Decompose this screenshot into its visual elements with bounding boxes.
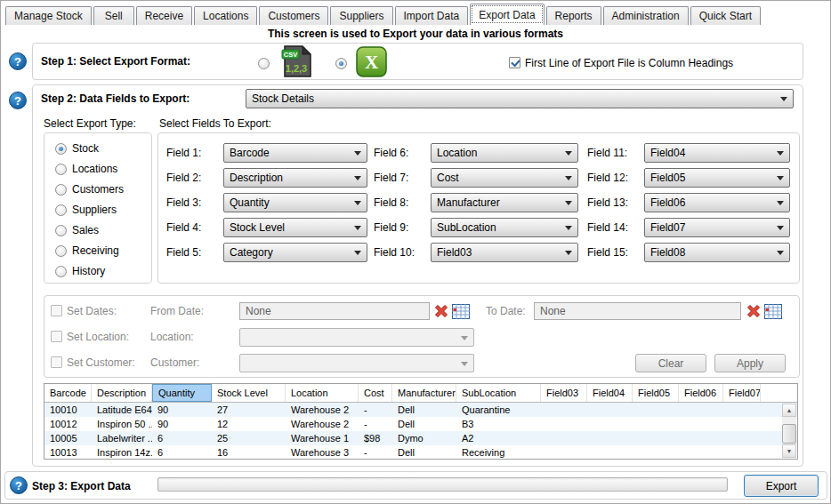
set-customer-checkbox[interactable] bbox=[51, 356, 62, 368]
column-header-manufacturer[interactable]: Manufacturer bbox=[392, 384, 456, 402]
tab-administration[interactable]: Administration bbox=[603, 6, 689, 25]
field-select-15[interactable]: Field08 bbox=[644, 243, 790, 262]
field-select-8[interactable]: Manufacturer bbox=[431, 193, 578, 212]
tab-export-data[interactable]: Export Data bbox=[470, 4, 544, 25]
field-row: Field 9:SubLocation bbox=[374, 218, 578, 237]
scrollbar-thumb[interactable] bbox=[782, 424, 796, 444]
column-header-description[interactable]: Description bbox=[92, 384, 152, 402]
field-select-12[interactable]: Field05 bbox=[644, 168, 790, 188]
export-type-option-sales[interactable]: Sales bbox=[55, 224, 151, 236]
export-type-option-customers[interactable]: Customers bbox=[55, 183, 151, 196]
table-row[interactable]: 10013Inspiron 14z...616Warehouse 3-DellR… bbox=[44, 445, 797, 460]
to-date-calendar-icon[interactable] bbox=[764, 304, 782, 319]
radio-sales[interactable] bbox=[55, 225, 67, 236]
from-date-value: None bbox=[246, 305, 271, 317]
field-row: Field 1:Barcode bbox=[166, 143, 367, 163]
table-row[interactable]: 10010Latitude E64...9027Warehouse 2-Dell… bbox=[44, 403, 797, 417]
dataset-select[interactable]: Stock Details bbox=[246, 89, 794, 108]
column-header-cost[interactable]: Cost bbox=[359, 384, 392, 402]
table-row[interactable]: 10005Labelwriter ...625Warehouse 1$98Dym… bbox=[44, 431, 797, 445]
tab-quick-start[interactable]: Quick Start bbox=[690, 6, 761, 25]
radio-suppliers[interactable] bbox=[55, 204, 67, 216]
customer-select[interactable] bbox=[239, 354, 474, 372]
tab-receive[interactable]: Receive bbox=[136, 6, 192, 25]
help-icon[interactable]: ? bbox=[10, 476, 28, 494]
csv-format-radio[interactable] bbox=[258, 58, 270, 69]
set-dates-checkbox[interactable] bbox=[51, 305, 62, 316]
field-label: Field 6: bbox=[374, 147, 431, 159]
radio-receiving[interactable] bbox=[55, 245, 67, 257]
export-type-option-stock[interactable]: Stock bbox=[55, 142, 151, 155]
export-type-option-suppliers[interactable]: Suppliers bbox=[55, 204, 151, 216]
apply-button[interactable]: Apply bbox=[714, 354, 786, 372]
column-header-field05[interactable]: Field05 bbox=[633, 384, 679, 402]
table-cell: B3 bbox=[456, 419, 541, 429]
radio-stock[interactable] bbox=[55, 143, 67, 155]
clear-from-date-icon[interactable] bbox=[433, 303, 449, 319]
location-select[interactable] bbox=[239, 328, 474, 347]
table-cell: 10012 bbox=[44, 419, 92, 429]
column-header-sublocation[interactable]: SubLocation bbox=[456, 384, 541, 402]
field-select-11[interactable]: Field04 bbox=[644, 143, 790, 163]
export-type-option-receiving[interactable]: Receiving bbox=[55, 244, 151, 257]
table-row[interactable]: 10012Inspiron 50 ...9012Warehouse 2-Dell… bbox=[44, 417, 797, 431]
tab-reports[interactable]: Reports bbox=[546, 6, 601, 25]
field-select-13[interactable]: Field06 bbox=[644, 193, 790, 212]
field-select-6[interactable]: Location bbox=[431, 143, 578, 163]
scroll-down-button[interactable]: ▼ bbox=[782, 444, 796, 458]
field-select-10[interactable]: Field03 bbox=[431, 243, 578, 262]
column-header-stock level[interactable]: Stock Level bbox=[212, 384, 286, 402]
chevron-down-icon bbox=[777, 151, 784, 156]
radio-customers[interactable] bbox=[55, 184, 67, 196]
tab-manage-stock[interactable]: Manage Stock bbox=[5, 6, 92, 25]
field-select-5[interactable]: Category bbox=[223, 243, 367, 262]
help-icon[interactable]: ? bbox=[9, 92, 27, 109]
field-select-value: Location bbox=[437, 147, 477, 159]
field-select-value: Barcode bbox=[230, 147, 270, 159]
help-icon[interactable]: ? bbox=[9, 52, 27, 70]
column-header-quantity[interactable]: Quantity bbox=[152, 384, 212, 402]
vertical-scrollbar[interactable]: ▲ ▼ bbox=[782, 404, 796, 458]
field-select-2[interactable]: Description bbox=[223, 168, 367, 188]
field-select-9[interactable]: SubLocation bbox=[431, 218, 578, 237]
step3-label: Step 3: Export Data bbox=[32, 480, 131, 492]
step2-label: Step 2: Data Fields to Export: bbox=[41, 92, 190, 105]
excel-format-radio[interactable] bbox=[335, 58, 347, 69]
excel-file-icon[interactable]: X bbox=[356, 46, 387, 77]
tab-suppliers[interactable]: Suppliers bbox=[330, 6, 392, 25]
field-select-value: Stock Level bbox=[230, 221, 285, 234]
headings-checkbox[interactable] bbox=[509, 57, 520, 68]
column-header-location[interactable]: Location bbox=[286, 384, 359, 402]
scroll-up-button[interactable]: ▲ bbox=[782, 404, 796, 417]
tab-locations[interactable]: Locations bbox=[194, 6, 257, 25]
export-button[interactable]: Export bbox=[744, 475, 819, 497]
export-type-option-history[interactable]: History bbox=[55, 265, 151, 277]
to-date-input[interactable]: None bbox=[534, 302, 741, 320]
csv-file-icon[interactable]: CSV 1,2,3 bbox=[279, 44, 313, 78]
field-select-3[interactable]: Quantity bbox=[223, 193, 367, 212]
field-select-1[interactable]: Barcode bbox=[223, 143, 367, 163]
clear-button[interactable]: Clear bbox=[635, 354, 706, 372]
column-header-field07[interactable]: Field07 bbox=[723, 384, 761, 402]
tab-sell[interactable]: Sell bbox=[93, 6, 134, 25]
column-header-field04[interactable]: Field04 bbox=[587, 384, 633, 402]
table-cell: $98 bbox=[359, 433, 392, 444]
table-cell: Dell bbox=[392, 404, 456, 415]
from-date-input[interactable]: None bbox=[239, 302, 430, 320]
clear-to-date-icon[interactable] bbox=[746, 303, 762, 319]
from-date-calendar-icon[interactable] bbox=[452, 304, 470, 319]
field-label: Field 3: bbox=[166, 196, 223, 209]
export-type-option-locations[interactable]: Locations bbox=[55, 163, 151, 175]
column-header-barcode[interactable]: Barcode bbox=[44, 384, 92, 402]
radio-history[interactable] bbox=[55, 266, 67, 277]
field-select-4[interactable]: Stock Level bbox=[223, 218, 367, 237]
tab-customers[interactable]: Customers bbox=[259, 6, 328, 25]
column-header-field03[interactable]: Field03 bbox=[541, 384, 587, 402]
tab-import-data[interactable]: Import Data bbox=[395, 6, 469, 25]
set-location-checkbox[interactable] bbox=[51, 331, 62, 342]
column-header-field06[interactable]: Field06 bbox=[679, 384, 723, 402]
radio-locations[interactable] bbox=[55, 164, 67, 175]
field-select-14[interactable]: Field07 bbox=[644, 218, 790, 237]
field-select-7[interactable]: Cost bbox=[431, 168, 578, 188]
table-cell: Warehouse 2 bbox=[286, 419, 359, 429]
